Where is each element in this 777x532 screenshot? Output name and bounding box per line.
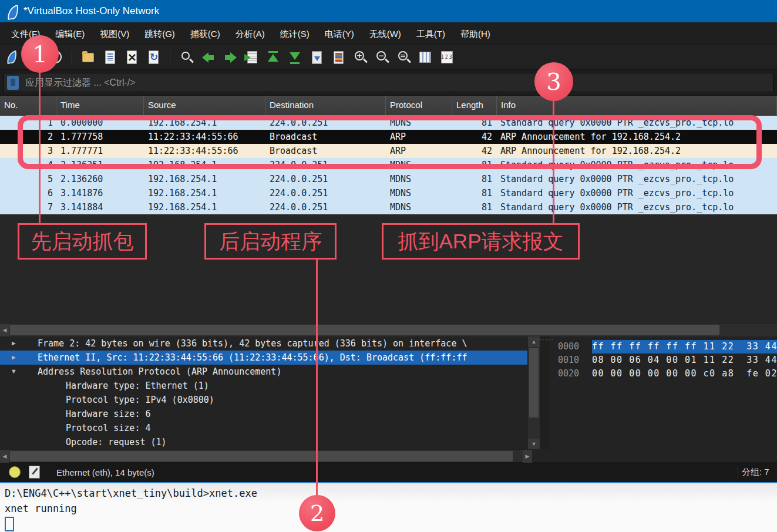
toolbar-button[interactable] bbox=[70, 50, 75, 65]
toolbar-button[interactable] bbox=[288, 50, 303, 65]
menu-item[interactable]: 编辑(E) bbox=[48, 23, 92, 45]
toolbar-button[interactable] bbox=[396, 50, 412, 65]
toolbar-button[interactable] bbox=[331, 50, 347, 65]
hex-row[interactable]: 002000 00 00 00 00 00 c0 a8 fe 02 bbox=[550, 367, 777, 381]
detail-line[interactable]: Hardware type: Ethernet (1) bbox=[0, 379, 527, 393]
menu-item[interactable]: 视图(V) bbox=[92, 23, 137, 45]
terminal-window[interactable]: D:\ENG4\C++\start\xnet_tiny\build>xnet.e… bbox=[0, 482, 777, 532]
packet-time: 2.136260 bbox=[56, 172, 144, 186]
toolbar-button[interactable] bbox=[5, 50, 20, 65]
callout-circle-3: 3 bbox=[534, 62, 573, 101]
toolbar-button[interactable] bbox=[244, 50, 260, 65]
scrollbar-thumb[interactable] bbox=[10, 325, 719, 335]
window-title: *VirtualBox Host-Only Network bbox=[23, 5, 159, 17]
hex-offset: 0020 bbox=[550, 367, 579, 381]
detail-line[interactable]: Protocol type: IPv4 (0x0800) bbox=[0, 393, 527, 407]
toolbar-button[interactable] bbox=[223, 50, 238, 65]
menu-item[interactable]: 捕获(C) bbox=[183, 23, 228, 45]
column-header[interactable]: Time bbox=[56, 96, 144, 115]
toolbar-button[interactable] bbox=[375, 50, 390, 65]
bookmark-icon[interactable] bbox=[7, 76, 19, 90]
column-header[interactable]: Length bbox=[452, 96, 497, 115]
status-bar: Ethernet (eth), 14 byte(s) 分组: 7 bbox=[0, 462, 777, 482]
menu-bar: 文件(F)编辑(E)视图(V)跳转(G)捕获(C)分析(A)统计(S)电话(Y)… bbox=[0, 22, 777, 45]
menu-item[interactable]: 无线(W) bbox=[362, 23, 409, 45]
detail-line[interactable]: Hardware size: 6 bbox=[0, 407, 527, 421]
details-hscrollbar[interactable]: ◀ ▶ bbox=[0, 449, 532, 462]
menu-item[interactable]: 帮助(H) bbox=[453, 23, 498, 45]
column-header[interactable]: No. bbox=[0, 96, 56, 115]
annotation-label-start-capture: 先启动抓包 bbox=[18, 223, 147, 260]
packet-row[interactable]: 7 3.141884 192.168.254.1 224.0.0.251 MDN… bbox=[0, 200, 777, 214]
column-header[interactable]: Info bbox=[497, 96, 777, 115]
callout-circle-1: 1 bbox=[21, 35, 59, 73]
menu-item[interactable]: 工具(T) bbox=[409, 23, 453, 45]
toolbar-button[interactable] bbox=[125, 50, 140, 65]
menu-item[interactable]: 分析(A) bbox=[228, 23, 273, 45]
packet-length: 81 bbox=[452, 200, 497, 214]
menu-item[interactable]: 统计(S) bbox=[273, 23, 317, 45]
toolbar-button[interactable] bbox=[103, 50, 118, 65]
filter-bar bbox=[0, 70, 777, 96]
toolbar-button[interactable] bbox=[146, 50, 162, 65]
toolbar-button[interactable] bbox=[310, 50, 325, 65]
details-vscrollbar[interactable]: ▲ ▼ bbox=[527, 336, 540, 449]
column-header[interactable]: Protocol bbox=[386, 96, 452, 115]
toolbar-button[interactable] bbox=[201, 50, 216, 65]
detail-line[interactable]: ▶Ethernet II, Src: 11:22:33:44:55:66 (11… bbox=[0, 351, 527, 365]
packet-destination: 224.0.0.251 bbox=[265, 186, 386, 200]
toolbar-button[interactable] bbox=[179, 50, 194, 65]
title-bar: *VirtualBox Host-Only Network bbox=[0, 0, 777, 22]
expand-arrow-icon[interactable]: ▼ bbox=[12, 365, 23, 379]
detail-line[interactable]: Opcode: request (1) bbox=[0, 435, 527, 449]
annotation-line-1 bbox=[39, 72, 41, 223]
column-header[interactable]: Source bbox=[144, 96, 265, 115]
detail-line[interactable]: ▼Address Resolution Protocol (ARP Announ… bbox=[0, 365, 527, 379]
scroll-left-arrow-icon[interactable]: ◀ bbox=[0, 324, 9, 336]
expand-arrow-icon[interactable]: ▶ bbox=[12, 336, 23, 351]
toolbar-button[interactable] bbox=[266, 50, 281, 65]
detail-line[interactable]: Protocol size: 4 bbox=[0, 421, 527, 435]
menu-item[interactable]: 跳转(G) bbox=[137, 23, 183, 45]
toolbar-button[interactable] bbox=[418, 50, 433, 65]
toolbar-button[interactable] bbox=[440, 50, 455, 65]
toolbar-button[interactable] bbox=[353, 50, 368, 65]
packet-destination: 224.0.0.251 bbox=[265, 172, 386, 186]
packet-row[interactable]: 5 2.136260 192.168.254.1 224.0.0.251 MDN… bbox=[0, 172, 777, 186]
toolbar-button[interactable] bbox=[81, 50, 96, 65]
detail-line[interactable]: ▶Frame 2: 42 bytes on wire (336 bits), 4… bbox=[0, 336, 527, 351]
packet-row[interactable]: 6 3.141876 192.168.254.1 224.0.0.251 MDN… bbox=[0, 186, 777, 200]
toolbar-button[interactable] bbox=[168, 50, 173, 65]
expert-info-icon[interactable] bbox=[9, 466, 21, 478]
scrollbar-thumb[interactable] bbox=[529, 348, 539, 417]
scrollbar-thumb[interactable] bbox=[10, 451, 513, 462]
scroll-down-arrow-icon[interactable]: ▼ bbox=[528, 439, 540, 449]
scroll-left-arrow-icon[interactable]: ◀ bbox=[0, 450, 9, 463]
packet-info: Standard query 0x0000 PTR _ezcvs_pro._tc… bbox=[497, 186, 777, 200]
display-filter-input[interactable] bbox=[24, 77, 773, 89]
hex-bytes: 00 00 00 00 00 00 c0 a8 fe 02 bbox=[592, 367, 777, 381]
hex-row[interactable]: 001008 00 06 04 00 01 11 22 33 44 bbox=[550, 353, 777, 367]
hex-offset: 0010 bbox=[550, 353, 579, 367]
display-filter-box[interactable] bbox=[4, 73, 773, 92]
packet-protocol: MDNS bbox=[386, 186, 452, 200]
packet-list-hscrollbar[interactable]: ◀ bbox=[0, 323, 777, 336]
capture-comment-icon[interactable] bbox=[29, 466, 40, 479]
packet-protocol: MDNS bbox=[386, 172, 452, 186]
detail-text: Ethernet II, Src: 11:22:33:44:55:66 (11:… bbox=[38, 352, 467, 363]
annotation-line-3 bbox=[553, 100, 554, 223]
menu-item[interactable]: 电话(Y) bbox=[317, 23, 362, 45]
column-header[interactable]: Destination bbox=[265, 96, 386, 115]
packet-no: 6 bbox=[0, 186, 56, 200]
hex-row[interactable]: 0000ff ff ff ff ff ff 11 22 33 44 bbox=[550, 340, 777, 353]
packet-protocol: MDNS bbox=[386, 200, 452, 214]
lower-panes: ▶Frame 2: 42 bytes on wire (336 bits), 4… bbox=[0, 336, 777, 449]
pane-splitter[interactable] bbox=[540, 336, 550, 449]
packet-list-header: No.TimeSourceDestinationProtocolLengthIn… bbox=[0, 96, 777, 116]
expand-arrow-icon[interactable]: ▶ bbox=[12, 351, 23, 365]
detail-text: Protocol type: IPv4 (0x0800) bbox=[66, 395, 214, 405]
packet-details-pane: ▶Frame 2: 42 bytes on wire (336 bits), 4… bbox=[0, 336, 527, 449]
scroll-right-arrow-icon[interactable]: ▶ bbox=[523, 450, 532, 463]
packet-length: 81 bbox=[452, 172, 497, 186]
packet-no: 5 bbox=[0, 172, 56, 186]
